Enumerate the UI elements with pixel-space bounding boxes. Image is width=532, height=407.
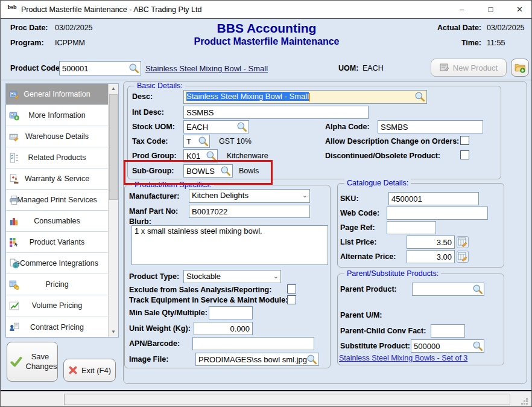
sidebar-item-managed-print-services[interactable]: Managed Print Services bbox=[6, 190, 108, 211]
sidebar-scrollbar[interactable]: ▲ ▼ bbox=[108, 84, 118, 337]
app-title: BBS Accounting bbox=[146, 21, 387, 36]
unit-weight-label: Unit Weight (Kg): bbox=[129, 324, 191, 333]
sidebar-item-ecommerce-integrations[interactable]: eCommerce Integrations bbox=[6, 253, 108, 274]
list-price-input[interactable] bbox=[407, 236, 455, 249]
product-type-label: Product Type: bbox=[129, 272, 179, 281]
parent-substitute-title: Parent/Substitute Products: bbox=[344, 269, 441, 278]
alternate-price-input[interactable] bbox=[407, 250, 455, 263]
product-description-link[interactable]: Stainless Steel Mixing Bowl - Small bbox=[145, 64, 268, 73]
basic-details-title: Basic Details: bbox=[135, 82, 185, 90]
new-product-icon bbox=[440, 63, 449, 72]
alpha-code-input[interactable] bbox=[378, 120, 483, 133]
person-doc-icon bbox=[9, 322, 19, 332]
product-specifics-title: Product/Item Specifics: bbox=[132, 181, 214, 189]
new-product-button[interactable]: New Product bbox=[431, 59, 507, 77]
exclude-sales-label: Exclude from Sales Analysis/Reporting: bbox=[129, 286, 271, 294]
sidebar-item-contract-pricing[interactable]: Contract Pricing bbox=[6, 316, 108, 338]
int-desc-label: Int Desc: bbox=[132, 108, 164, 117]
track-equipment-checkbox[interactable] bbox=[287, 295, 296, 304]
exit-x-icon bbox=[68, 365, 78, 375]
list-price-label: List Price: bbox=[340, 238, 376, 246]
product-code-label: Product Code: bbox=[10, 64, 62, 72]
substitute-product-link[interactable]: Stainless Steel Mixing Bowls - Set of 3 bbox=[339, 354, 467, 362]
sidebar-item-label: Warranty & Service bbox=[25, 175, 89, 183]
product-type-select[interactable]: Stockable ⌄ bbox=[183, 270, 281, 283]
exit-button[interactable]: Exit (F4) bbox=[63, 359, 116, 382]
unit-weight-input[interactable] bbox=[194, 322, 253, 335]
allow-desc-change-checkbox[interactable] bbox=[460, 136, 469, 145]
manufacturer-select[interactable]: Kitchen Delights ⌄ bbox=[189, 189, 310, 203]
int-desc-input[interactable] bbox=[183, 106, 369, 119]
sku-label: SKU: bbox=[340, 194, 359, 203]
minimize-button[interactable]: – bbox=[448, 1, 475, 18]
scroll-up-icon[interactable]: ▲ bbox=[109, 84, 118, 94]
manf-part-input[interactable] bbox=[189, 205, 310, 218]
time-value: 11:55 bbox=[487, 39, 505, 47]
prod-group-search-icon[interactable] bbox=[206, 150, 217, 161]
sidebar-item-warehouse-details[interactable]: Warehouse Details bbox=[6, 126, 108, 147]
warehouse-edit-icon bbox=[9, 132, 19, 142]
folder-add-icon bbox=[515, 62, 525, 73]
list-price-edit-icon[interactable] bbox=[457, 236, 469, 248]
save-changes-button[interactable]: Save Changes bbox=[7, 342, 58, 382]
parent-product-label: Parent Product: bbox=[340, 285, 397, 293]
desc-search-icon[interactable] bbox=[414, 91, 425, 102]
sidebar-item-label: More Information bbox=[28, 111, 85, 120]
status-bar bbox=[1, 391, 531, 407]
sku-input[interactable] bbox=[388, 192, 479, 205]
save-check-icon bbox=[10, 356, 22, 368]
card-edit-icon bbox=[9, 89, 19, 100]
discontinued-checkbox[interactable] bbox=[460, 150, 469, 159]
tax-code-search-icon[interactable] bbox=[198, 136, 209, 147]
parent-product-search-icon[interactable] bbox=[472, 284, 483, 295]
app-logo-icon: bsb bbox=[5, 3, 19, 16]
close-button[interactable]: ✕ bbox=[506, 1, 532, 18]
sidebar-item-pricing[interactable]: Pricing bbox=[6, 274, 108, 295]
sidebar-item-warranty-service[interactable]: Warranty & Service bbox=[6, 168, 108, 190]
sidebar-item-consumables[interactable]: Consumables bbox=[6, 211, 108, 232]
stock-uom-label: Stock UOM: bbox=[132, 123, 175, 131]
apn-input[interactable] bbox=[192, 337, 314, 350]
checklist-icon bbox=[9, 153, 19, 163]
maximize-button[interactable]: □ bbox=[477, 1, 504, 18]
web-code-input[interactable] bbox=[387, 207, 488, 220]
doc-globe-icon bbox=[9, 258, 19, 269]
text-caret bbox=[309, 93, 310, 101]
actual-date-label: Actual Date: bbox=[423, 24, 481, 32]
sidebar-item-label: Warehouse Details bbox=[25, 132, 89, 141]
actual-date-value: 03/02/2025 bbox=[487, 24, 525, 32]
variants-icon bbox=[9, 237, 19, 248]
sidebar-item-more-information[interactable]: More Information bbox=[6, 105, 108, 126]
page-ref-input[interactable] bbox=[387, 221, 436, 234]
scroll-down-icon[interactable]: ▼ bbox=[109, 327, 118, 337]
image-file-search-icon[interactable] bbox=[306, 354, 317, 365]
stock-uom-search-icon[interactable] bbox=[236, 121, 247, 132]
image-file-input[interactable] bbox=[195, 353, 319, 366]
resize-grip[interactable] bbox=[526, 403, 528, 405]
program-value: ICPPMM bbox=[55, 39, 85, 47]
window-title: Product Masterfile Maintenance - ABC Tra… bbox=[21, 5, 201, 14]
substitute-product-search-icon[interactable] bbox=[472, 341, 483, 351]
conv-fact-input[interactable] bbox=[431, 324, 465, 338]
desc-input[interactable]: Stainless Steel Mixing Bowl - Small bbox=[183, 90, 427, 104]
sidebar-item-label: Contract Pricing bbox=[30, 323, 84, 332]
min-sale-input[interactable] bbox=[209, 306, 253, 319]
exclude-sales-checkbox[interactable] bbox=[287, 284, 296, 293]
blurb-textarea[interactable]: 1 x small stainless steel mixing bowl. bbox=[131, 225, 328, 265]
scrollbar-thumb[interactable] bbox=[109, 94, 118, 200]
sub-group-search-icon[interactable] bbox=[220, 165, 231, 176]
sidebar-item-label: Managed Print Services bbox=[17, 196, 97, 204]
sidebar-item-product-variants[interactable]: Product Variants bbox=[6, 232, 108, 253]
sidebar-item-general-information[interactable]: General Information bbox=[6, 84, 108, 105]
sidebar-item-volume-pricing[interactable]: Volume Pricing bbox=[6, 295, 108, 316]
alternate-price-label: Alternate Price: bbox=[340, 252, 396, 261]
manufacturer-label: Manufacturer: bbox=[129, 192, 179, 200]
product-code-search-icon[interactable] bbox=[128, 63, 139, 74]
alternate-price-edit-icon[interactable] bbox=[457, 251, 469, 263]
sidebar-item-label: Product Variants bbox=[30, 238, 84, 246]
bar-chart-icon bbox=[9, 216, 19, 226]
sidebar-item-related-products[interactable]: Related Products bbox=[6, 147, 108, 168]
open-folder-button[interactable] bbox=[511, 59, 529, 77]
chevron-down-icon: ⌄ bbox=[273, 272, 279, 280]
discontinued-label: Discontinued/Obsolete Product: bbox=[325, 152, 440, 160]
